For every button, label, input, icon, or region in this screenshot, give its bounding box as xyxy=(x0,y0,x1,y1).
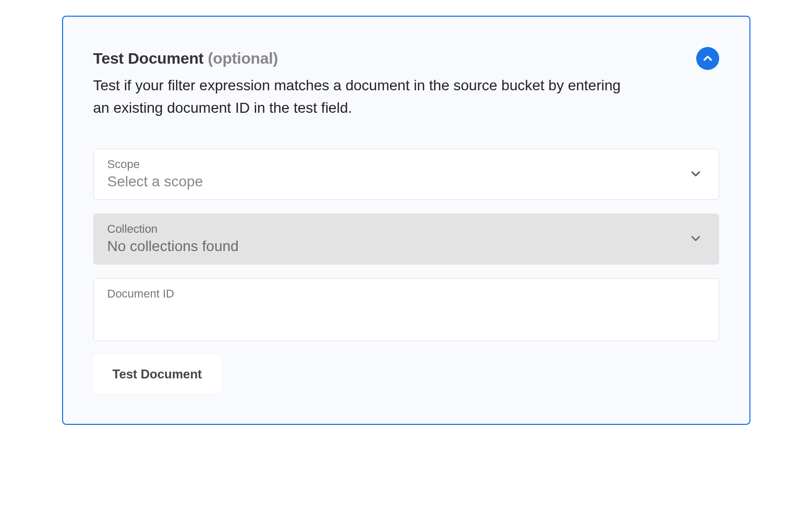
collection-label: Collection xyxy=(107,222,688,236)
collection-value: No collections found xyxy=(107,238,688,255)
chevron-up-icon xyxy=(702,53,713,64)
collection-select: Collection No collections found xyxy=(93,213,719,265)
panel-title: Test Document xyxy=(93,50,204,67)
panel-title-line: Test Document (optional) xyxy=(93,48,278,68)
document-id-field[interactable]: Document ID xyxy=(93,278,719,341)
panel-description: Test if your filter expression matches a… xyxy=(93,74,625,120)
collapse-button[interactable] xyxy=(696,47,719,70)
collection-content: Collection No collections found xyxy=(107,222,688,255)
test-document-button[interactable]: Test Document xyxy=(93,355,222,394)
document-id-label: Document ID xyxy=(107,287,705,301)
panel-optional-tag: (optional) xyxy=(208,50,278,67)
chevron-down-icon xyxy=(688,167,703,181)
scope-label: Scope xyxy=(107,158,688,171)
test-document-panel: Test Document (optional) Test if your fi… xyxy=(62,16,750,425)
scope-value: Select a scope xyxy=(107,173,688,190)
document-id-input[interactable] xyxy=(107,303,705,319)
panel-header: Test Document (optional) xyxy=(93,48,719,70)
chevron-down-icon xyxy=(688,231,703,246)
scope-select[interactable]: Scope Select a scope xyxy=(93,149,719,200)
scope-content: Scope Select a scope xyxy=(107,158,688,190)
